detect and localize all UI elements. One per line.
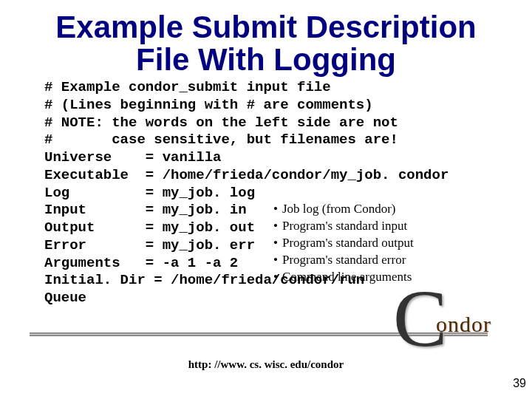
bullet-item: •Program's standard output bbox=[273, 235, 414, 252]
condor-logo: C ondor bbox=[393, 288, 504, 358]
bullet-item: •Program's standard error bbox=[273, 252, 414, 269]
page-number: 39 bbox=[513, 377, 526, 390]
slide: Example Submit Description File With Log… bbox=[0, 0, 532, 399]
logo-word: ondor bbox=[436, 312, 491, 337]
title-line-1: Example Submit Description bbox=[55, 10, 476, 44]
bullet-item: •Program's standard input bbox=[273, 218, 414, 235]
title-line-2: File With Logging bbox=[136, 42, 396, 77]
slide-title: Example Submit Description File With Log… bbox=[22, 11, 510, 76]
footer-url: http: //www. cs. wisc. edu/condor bbox=[0, 358, 532, 371]
bullet-item: •Job log (from Condor) bbox=[273, 201, 414, 218]
